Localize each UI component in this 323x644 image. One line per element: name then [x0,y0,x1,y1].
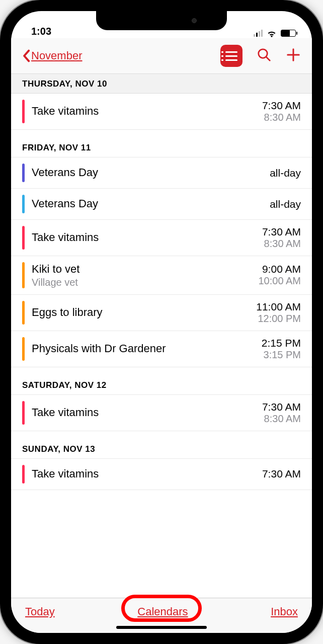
event-subtitle: Village vet [32,277,246,288]
section-header: SATURDAY, NOV 12 [11,367,312,395]
event-title: Take vitamins [32,104,246,119]
event-end-time: 8:30 AM [246,413,301,425]
event-row[interactable]: Veterans Dayall-day [11,189,312,220]
event-end-time: 10:00 AM [246,275,301,287]
event-color-bar [22,262,25,288]
event-start-time: 7:30 AM [246,226,301,238]
event-title: Kiki to vet [32,262,246,277]
back-button[interactable]: November [22,49,82,62]
event-list[interactable]: THURSDAY, NOV 10Take vitamins7:30 AM8:30… [11,73,312,598]
event-title: Veterans Day [32,197,246,211]
event-end-time: 8:30 AM [246,112,301,123]
event-end-time: 12:00 PM [246,313,301,325]
event-row[interactable]: Take vitamins7:30 AM [11,459,312,490]
event-start-time: 7:30 AM [246,468,301,480]
event-row[interactable]: Take vitamins7:30 AM8:30 AM [11,220,312,256]
event-title: Take vitamins [32,406,246,420]
inbox-button[interactable]: Inbox [271,605,298,618]
event-row[interactable]: Veterans Dayall-day [11,157,312,189]
event-color-bar [22,164,25,182]
event-start-time: all-day [246,167,301,179]
event-end-time: 3:15 PM [246,349,301,361]
event-row[interactable]: Kiki to vetVillage vet9:00 AM10:00 AM [11,256,312,295]
plus-icon [286,47,301,62]
status-indicators [254,29,296,37]
signal-icon [254,30,263,37]
event-color-bar [22,337,25,361]
search-icon [257,47,272,62]
event-start-time: 7:30 AM [246,401,301,413]
search-button[interactable] [257,47,272,64]
event-start-time: 7:30 AM [246,100,301,112]
event-row[interactable]: Take vitamins7:30 AM8:30 AM [11,94,312,130]
event-title: Veterans Day [32,166,246,180]
home-indicator[interactable] [116,626,207,629]
event-color-bar [22,401,25,425]
section-header: FRIDAY, NOV 11 [11,130,312,157]
add-event-button[interactable] [286,47,301,64]
today-button[interactable]: Today [25,605,55,618]
chevron-left-icon [22,49,30,62]
calendars-button[interactable]: Calendars [137,605,188,618]
status-time: 1:03 [31,26,51,37]
event-title: Eggs to library [32,305,246,320]
section-header: SUNDAY, NOV 13 [11,431,312,459]
navigation-bar: November [11,38,312,73]
event-start-time: 11:00 AM [246,301,301,313]
svg-line-1 [266,57,270,61]
event-title: Take vitamins [32,230,246,245]
event-color-bar [22,100,25,123]
event-start-time: 2:15 PM [246,337,301,349]
event-title: Physicals with Dr Gardener [32,342,246,356]
event-end-time: 8:30 AM [246,238,301,250]
event-row[interactable]: Eggs to library11:00 AM12:00 PM [11,295,312,331]
list-view-button[interactable] [220,45,243,67]
event-start-time: all-day [246,198,301,210]
battery-icon [281,30,296,37]
event-start-time: 9:00 AM [246,263,301,275]
event-row[interactable]: Physicals with Dr Gardener2:15 PM3:15 PM [11,331,312,367]
event-color-bar [22,195,25,213]
wifi-icon [267,29,277,37]
event-color-bar [22,465,25,484]
event-title: Take vitamins [32,467,246,481]
back-label: November [31,49,82,62]
event-row[interactable]: Take vitamins7:30 AM8:30 AM [11,395,312,431]
section-header: THURSDAY, NOV 10 [11,73,312,94]
event-color-bar [22,226,25,250]
event-color-bar [22,301,25,325]
